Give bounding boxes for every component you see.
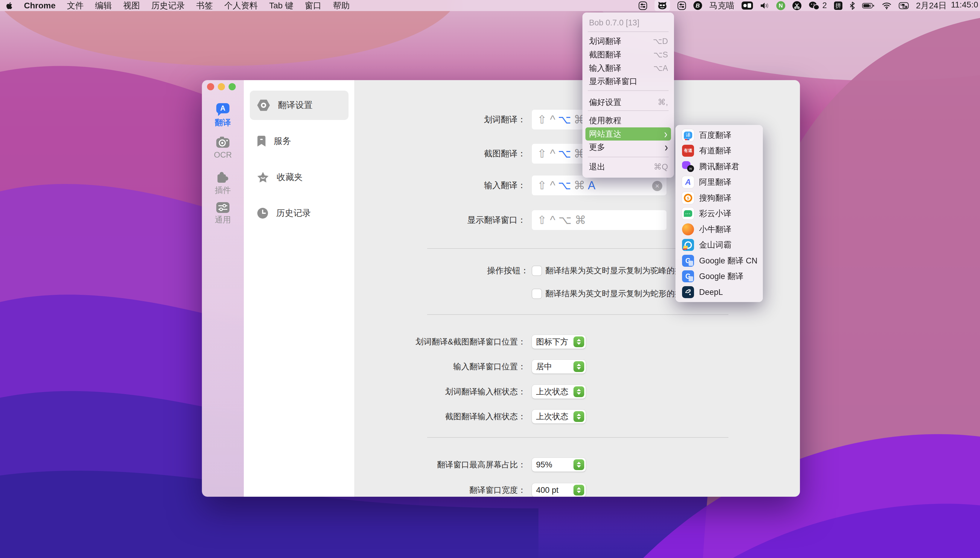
shift-key-symbol: ⇧ ^ — [537, 113, 555, 126]
stepper-control[interactable] — [573, 386, 584, 397]
menu-item-more[interactable]: 更多 › — [583, 141, 674, 154]
nut-icon — [257, 99, 270, 111]
nav-item-favorites[interactable]: 收藏夹 — [250, 162, 348, 192]
submenu-item-deepl[interactable]: DeepL — [678, 284, 760, 300]
menu-item-shortcut: ⌥A — [653, 63, 668, 73]
screenshot-inputbox-state-dropdown[interactable]: 上次状态 — [532, 410, 586, 423]
wechat-status-icon[interactable] — [809, 0, 819, 11]
option-key-symbol: ⌥ — [558, 179, 571, 192]
switch-status-icon-1[interactable] — [639, 0, 647, 11]
stepper-control[interactable] — [573, 460, 584, 470]
menu-item-label: 显示翻译窗口 — [589, 76, 637, 87]
input-window-position-dropdown[interactable]: 居中 — [532, 360, 586, 374]
baidu-translate-icon: 译 — [682, 129, 694, 141]
menu-item-input-translate[interactable]: 输入翻译 ⌥A — [583, 62, 674, 75]
stepper-control[interactable] — [573, 361, 584, 372]
nav-item-services[interactable]: 服务 — [250, 126, 348, 156]
menu-item-quit[interactable]: 退出 ⌘Q — [583, 160, 674, 174]
sidebar-item-ocr[interactable]: OCR — [202, 136, 244, 164]
menu-bookmarks[interactable]: 书签 — [196, 0, 213, 11]
menu-view[interactable]: 视图 — [123, 0, 140, 11]
toggle-icon — [677, 1, 686, 10]
hotkey-field-input-translate[interactable]: ⇧ ^⌥⌘A — [532, 176, 666, 195]
capture-app-status-icon[interactable] — [742, 0, 753, 11]
menu-tab[interactable]: Tab 键 — [269, 0, 294, 11]
submenu-item-niutrans[interactable]: 小牛翻译 — [678, 222, 760, 237]
menu-bar-clock[interactable]: 2月24日 11:45:0 — [916, 0, 978, 11]
downloader-status-icon[interactable]: N — [776, 1, 785, 10]
menu-history[interactable]: 历史记录 — [151, 0, 185, 11]
select-inputbox-state-dropdown[interactable]: 上次状态 — [532, 385, 586, 399]
submenu-item-google-cn[interactable]: G Google 翻译 CN — [678, 253, 760, 269]
menu-item-tutorial[interactable]: 使用教程 — [583, 114, 674, 127]
dropdown-value: 400 pt — [532, 486, 558, 495]
menu-bar-left: Chrome 文件 编辑 视图 历史记录 书签 个人资料 Tab 键 窗口 帮助 — [0, 0, 350, 11]
status-user-label[interactable]: 马克喵 — [709, 0, 734, 11]
b-app-status-icon[interactable]: B — [693, 1, 702, 10]
sidebar-item-plugins[interactable]: 插件 — [202, 171, 244, 198]
submenu-item-label: 阿里翻译 — [699, 177, 731, 187]
menu-item-label: 更多 — [589, 142, 605, 153]
minimize-button[interactable] — [218, 83, 225, 90]
control-center-status-icon[interactable] — [899, 0, 909, 11]
volume-status-icon[interactable] — [760, 0, 769, 11]
nav-item-history[interactable]: 历史记录 — [250, 199, 348, 228]
menu-file[interactable]: 文件 — [67, 0, 84, 11]
submenu-item-label: Google 翻译 — [699, 271, 744, 282]
menu-item-label: 网站直达 — [589, 129, 621, 140]
nav-item-label: 服务 — [274, 135, 291, 147]
hotkey-label-input-translate: 输入翻译： — [376, 179, 526, 192]
menu-window[interactable]: 窗口 — [305, 0, 322, 11]
menu-item-preferences[interactable]: 偏好设置 ⌘, — [583, 96, 674, 109]
menu-profiles[interactable]: 个人资料 — [224, 0, 258, 11]
submenu-item-baidu[interactable]: 译 百度翻译 — [678, 127, 760, 143]
max-screen-ratio-dropdown[interactable]: 95% — [532, 458, 586, 471]
submenu-item-sogou[interactable]: S 搜狗翻译 — [678, 190, 760, 206]
menu-help[interactable]: 帮助 — [333, 0, 350, 11]
clipper-status-icon[interactable] — [793, 0, 801, 11]
menu-item-show-translate-window[interactable]: 显示翻译窗口 — [583, 75, 674, 88]
hotkey-label-show-window: 显示翻译窗口： — [376, 213, 526, 226]
menu-item-screenshot-translate[interactable]: 截图翻译 ⌥S — [583, 48, 674, 61]
window-position-dropdown[interactable]: 图标下方 — [532, 335, 586, 349]
close-button[interactable] — [207, 83, 214, 90]
snake-copy-checkbox[interactable] — [532, 289, 542, 299]
menu-item-shortcut: ⌥D — [653, 36, 668, 46]
bob-menubar-icon[interactable] — [655, 0, 670, 11]
sidebar-item-general[interactable]: 通用 — [202, 202, 244, 229]
nav-item-translate-settings[interactable]: 翻译设置 — [250, 90, 348, 120]
camel-copy-checkbox[interactable] — [532, 266, 542, 276]
dropdown-label-input-window-position: 输入翻译窗口位置： — [367, 360, 526, 373]
wechat-badge: 2 — [822, 1, 827, 10]
stepper-control[interactable] — [573, 336, 584, 347]
menu-bar: Chrome 文件 编辑 视图 历史记录 书签 个人资料 Tab 键 窗口 帮助 — [0, 0, 980, 11]
chevron-up-icon — [577, 462, 581, 464]
submenu-item-iciba[interactable]: 金山词霸 — [678, 237, 760, 253]
menu-divider — [588, 110, 668, 111]
clear-hotkey-button[interactable]: × — [652, 181, 662, 191]
submenu-item-alibaba[interactable]: A 阿里翻译 — [678, 174, 760, 190]
menu-item-websites[interactable]: 网站直达 › — [585, 127, 671, 141]
menu-edit[interactable]: 编辑 — [95, 0, 112, 11]
hotkey-field-show-window[interactable]: ⇧ ^ ⌥ ⌘ — [532, 210, 666, 230]
clock-time: 11:45:0 — [951, 0, 978, 11]
sidebar-item-translate[interactable]: A 翻译 — [202, 103, 244, 130]
stepper-control[interactable] — [573, 485, 584, 496]
submenu-item-tencent[interactable]: hi 腾讯翻译君 — [678, 159, 760, 174]
submenu-item-google[interactable]: G Google 翻译 — [678, 269, 760, 284]
stepper-control[interactable] — [573, 411, 584, 422]
active-app-name[interactable]: Chrome — [24, 1, 56, 10]
menu-item-select-translate[interactable]: 划词翻译 ⌥D — [583, 35, 674, 48]
chevron-down-icon — [577, 342, 581, 345]
bluetooth-status-icon[interactable] — [850, 0, 855, 11]
window-width-dropdown[interactable]: 400 pt — [532, 483, 586, 497]
submenu-item-caiyun[interactable]: ··· 彩云小译 — [678, 206, 760, 221]
wifi-status-icon[interactable] — [882, 0, 891, 11]
apple-menu[interactable] — [6, 0, 13, 11]
submenu-item-youdao[interactable]: 有道 有道翻译 — [678, 143, 760, 159]
battery-status-icon[interactable] — [862, 0, 875, 11]
input-method-status-icon[interactable]: 拼 — [834, 2, 842, 10]
zoom-button[interactable] — [228, 83, 236, 90]
switch-status-icon-2[interactable] — [677, 0, 686, 11]
desktop: Chrome 文件 编辑 视图 历史记录 书签 个人资料 Tab 键 窗口 帮助 — [0, 0, 980, 558]
